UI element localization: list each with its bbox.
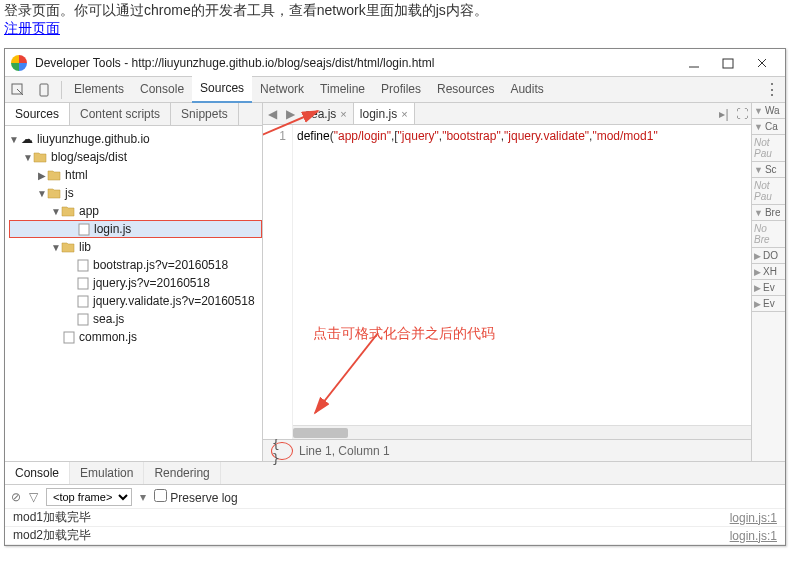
- drawer-tab-console[interactable]: Console: [5, 462, 70, 484]
- debugger-section[interactable]: NotPau: [752, 178, 785, 205]
- chevron-icon: ▶: [754, 283, 761, 293]
- debugger-section[interactable]: NotPau: [752, 135, 785, 162]
- clear-console-icon[interactable]: ⊘: [11, 490, 21, 504]
- tree-file[interactable]: common.js: [9, 328, 262, 346]
- preserve-log-toggle[interactable]: Preserve log: [154, 489, 238, 505]
- frame-selector[interactable]: <top frame>: [46, 488, 132, 506]
- kebab-menu-icon[interactable]: ⋮: [759, 80, 785, 99]
- line-gutter: 1: [263, 125, 293, 439]
- tab-console[interactable]: Console: [132, 77, 192, 102]
- subtab-content-scripts[interactable]: Content scripts: [70, 103, 171, 125]
- inspect-icon[interactable]: [5, 83, 31, 97]
- drawer-tab-rendering[interactable]: Rendering: [144, 462, 220, 484]
- tree-label: jquery.validate.js?v=20160518: [93, 294, 255, 308]
- tree-folder[interactable]: ▶html: [9, 166, 262, 184]
- tree-file[interactable]: bootstrap.js?v=20160518: [9, 256, 262, 274]
- section-label: Ca: [765, 121, 778, 132]
- maximize-editor-icon[interactable]: ⛶: [733, 107, 751, 121]
- svg-rect-5: [40, 84, 48, 96]
- debugger-section[interactable]: ▶Ev: [752, 296, 785, 312]
- drawer: Console Emulation Rendering ⊘ ▽ <top fra…: [5, 461, 785, 545]
- window-title: Developer Tools - http://liuyunzhuge.git…: [35, 56, 677, 70]
- device-toggle-icon[interactable]: [31, 83, 57, 97]
- maximize-button[interactable]: [711, 53, 745, 73]
- file-tabs: ◀ ▶ sea.js× login.js× ▸| ⛶: [263, 103, 751, 125]
- folder-icon: [61, 205, 75, 217]
- chevron-icon: ▼: [754, 122, 763, 132]
- subtab-sources[interactable]: Sources: [5, 103, 70, 125]
- tree-label: jquery.js?v=20160518: [93, 276, 210, 290]
- tree-root-label: liuyunzhuge.github.io: [37, 132, 150, 146]
- sources-subtabs: Sources Content scripts Snippets: [5, 103, 262, 126]
- section-label: DO: [763, 250, 778, 261]
- filter-icon[interactable]: ▽: [29, 490, 38, 504]
- page-intro-text: 登录页面。你可以通过chrome的开发者工具，查看network里面加载的js内…: [0, 0, 791, 20]
- tab-sources[interactable]: Sources: [192, 76, 252, 103]
- code-body[interactable]: define("app/login",["jquery","bootstrap"…: [293, 125, 751, 439]
- log-source-link[interactable]: login.js:1: [730, 529, 777, 543]
- file-tab[interactable]: login.js×: [354, 103, 415, 124]
- svg-rect-8: [78, 278, 88, 289]
- file-icon: [77, 259, 89, 272]
- minimize-button[interactable]: [677, 53, 711, 73]
- pretty-print-button[interactable]: { }: [271, 442, 293, 460]
- debugger-section[interactable]: ▶DO: [752, 248, 785, 264]
- svg-rect-1: [723, 59, 733, 68]
- code-editor[interactable]: 1 define("app/login",["jquery","bootstra…: [263, 125, 751, 439]
- section-label: Wa: [765, 105, 780, 116]
- debugger-section[interactable]: NoBre: [752, 221, 785, 248]
- debugger-section[interactable]: ▶Ev: [752, 280, 785, 296]
- tree-label: js: [65, 186, 74, 200]
- tree-label: sea.js: [93, 312, 124, 326]
- debugger-section[interactable]: ▼Wa: [752, 103, 785, 119]
- subtab-snippets[interactable]: Snippets: [171, 103, 239, 125]
- close-icon[interactable]: ×: [401, 108, 407, 120]
- file-tree: ▼ ☁ liuyunzhuge.github.io ▼blog/seajs/di…: [5, 126, 262, 461]
- tree-file[interactable]: jquery.validate.js?v=20160518: [9, 292, 262, 310]
- folder-icon: [47, 187, 61, 199]
- nav-back-icon[interactable]: ◀: [263, 107, 281, 121]
- chevron-icon: ▶: [754, 267, 761, 277]
- file-tab[interactable]: sea.js×: [299, 103, 354, 124]
- tree-folder[interactable]: ▼lib: [9, 238, 262, 256]
- file-icon: [63, 331, 75, 344]
- tab-network[interactable]: Network: [252, 77, 312, 102]
- scrollbar-thumb[interactable]: [293, 428, 348, 438]
- window-titlebar: Developer Tools - http://liuyunzhuge.git…: [5, 49, 785, 77]
- log-source-link[interactable]: login.js:1: [730, 511, 777, 525]
- tree-folder[interactable]: ▼blog/seajs/dist: [9, 148, 262, 166]
- tree-root[interactable]: ▼ ☁ liuyunzhuge.github.io: [9, 130, 262, 148]
- tree-file[interactable]: jquery.js?v=20160518: [9, 274, 262, 292]
- tab-timeline[interactable]: Timeline: [312, 77, 373, 102]
- tab-resources[interactable]: Resources: [429, 77, 502, 102]
- debugger-section[interactable]: ▼Bre: [752, 205, 785, 221]
- horizontal-scrollbar[interactable]: [293, 425, 751, 439]
- register-page-link[interactable]: 注册页面: [0, 20, 64, 44]
- tab-elements[interactable]: Elements: [66, 77, 132, 102]
- tree-folder[interactable]: ▼app: [9, 202, 262, 220]
- tree-label: html: [65, 168, 88, 182]
- section-label: Sc: [765, 164, 777, 175]
- tree-file[interactable]: sea.js: [9, 310, 262, 328]
- hide-debugger-icon[interactable]: ▸|: [715, 107, 733, 121]
- log-message: mod2加载完毕: [13, 527, 730, 544]
- tree-label: app: [79, 204, 99, 218]
- close-icon[interactable]: ×: [340, 108, 346, 120]
- tree-label: lib: [79, 240, 91, 254]
- chevron-down-icon[interactable]: ▾: [140, 490, 146, 504]
- nav-fwd-icon[interactable]: ▶: [281, 107, 299, 121]
- debugger-section[interactable]: ▶XH: [752, 264, 785, 280]
- tree-label: common.js: [79, 330, 137, 344]
- debugger-section[interactable]: ▼Ca: [752, 119, 785, 135]
- chevron-icon: ▶: [754, 251, 761, 261]
- tab-audits[interactable]: Audits: [502, 77, 551, 102]
- tree-file[interactable]: login.js: [9, 220, 262, 238]
- close-button[interactable]: [745, 53, 779, 73]
- preserve-log-checkbox[interactable]: [154, 489, 167, 502]
- drawer-tab-emulation[interactable]: Emulation: [70, 462, 144, 484]
- file-tab-label: sea.js: [305, 107, 336, 121]
- tab-profiles[interactable]: Profiles: [373, 77, 429, 102]
- svg-rect-10: [78, 314, 88, 325]
- debugger-section[interactable]: ▼Sc: [752, 162, 785, 178]
- tree-folder[interactable]: ▼js: [9, 184, 262, 202]
